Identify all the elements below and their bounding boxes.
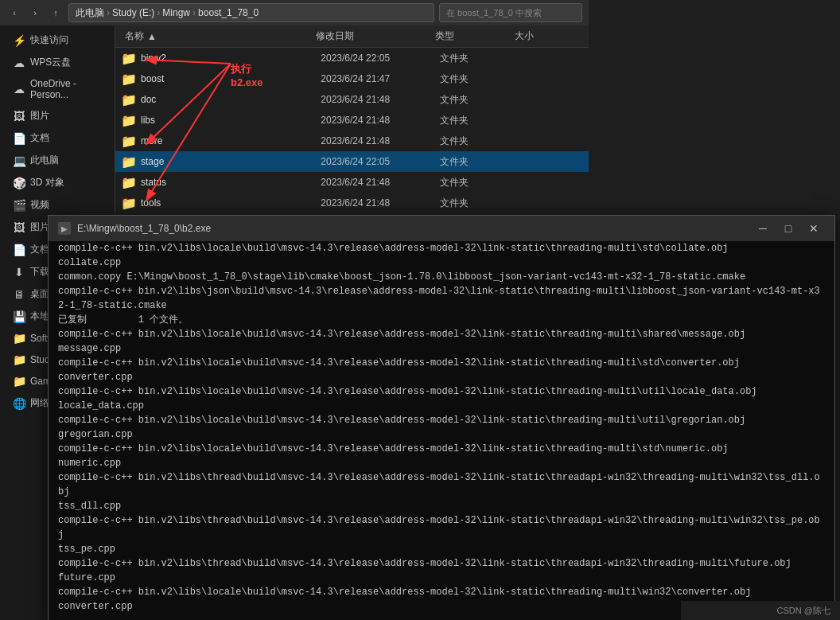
sidebar-item-quick-access[interactable]: ⚡ 快速访问: [3, 29, 111, 51]
sidebar-item-wps[interactable]: ☁ WPS云盘: [3, 52, 111, 73]
wps-icon: ☁: [13, 57, 25, 69]
quick-access-icon: ⚡: [13, 34, 25, 47]
terminal-line: converter.cpp: [58, 370, 825, 384]
sidebar-label: 视频: [30, 198, 49, 212]
terminal-line: compile-c-c++ bin.v2\libs\thread\build\m…: [58, 556, 825, 571]
sidebar-label: WPS云盘: [30, 56, 71, 69]
terminal-line: collate.cpp: [58, 255, 825, 270]
folder-icon: 📁: [122, 72, 136, 86]
terminal-maximize-button[interactable]: □: [777, 220, 799, 236]
folder-icon: 📁: [122, 92, 136, 107]
folder-icon: 📁: [122, 134, 136, 148]
documents-icon: 📄: [13, 132, 25, 145]
sidebar-label: 图片: [30, 220, 49, 234]
up-button[interactable]: ↑: [48, 5, 64, 21]
sidebar-label: 桌面: [30, 287, 49, 301]
back-button[interactable]: ‹: [6, 5, 22, 21]
sidebar-item-this-pc[interactable]: 💻 此电脑: [3, 150, 111, 171]
file-name: doc: [141, 94, 319, 105]
breadcrumb-folder1: Mingw: [162, 7, 190, 18]
terminal-titlebar: ▶ E:\Mingw\boost_1_78_0\b2.exe ─ □ ✕: [49, 216, 834, 241]
folder-icon: 📁: [122, 154, 136, 169]
breadcrumb: 此电脑 › Study (E:) › Mingw › boost_1_78_0: [76, 6, 259, 20]
downloads-icon: ⬇: [13, 266, 25, 279]
sidebar-label: 下载: [30, 265, 49, 279]
breadcrumb-pc: 此电脑: [76, 6, 104, 20]
file-date: 2023/6/24 21:47: [321, 73, 438, 84]
file-type: 文件夹: [440, 114, 518, 127]
terminal-window: ▶ E:\Mingw\boost_1_78_0\b2.exe ─ □ ✕ com…: [48, 215, 835, 620]
software-icon: 📁: [13, 332, 25, 345]
file-type: 文件夹: [440, 52, 518, 65]
file-name: tools: [141, 197, 319, 209]
network-icon: 🌐: [13, 397, 25, 410]
sidebar-label: 快速访问: [30, 33, 68, 47]
videos-icon: 🎬: [13, 199, 25, 212]
file-row[interactable]: 📁more2023/6/24 21:48文件夹: [115, 131, 589, 151]
file-row[interactable]: 📁libs2023/6/24 21:48文件夹: [115, 110, 589, 131]
sidebar-item-3dobjects[interactable]: 🎲 3D 对象: [3, 172, 111, 193]
file-type: 文件夹: [440, 155, 518, 169]
file-name: libs: [141, 115, 319, 126]
file-name: more: [141, 135, 319, 146]
sidebar-item-onedrive[interactable]: ☁ OneDrive - Person...: [3, 74, 111, 104]
local-disk-icon: 💾: [13, 310, 25, 323]
sort-icon: ▲: [147, 31, 157, 42]
forward-button[interactable]: ›: [27, 5, 43, 21]
file-row[interactable]: 📁bin.v22023/6/24 22:05文件夹: [115, 48, 589, 68]
folder-icon: 📁: [122, 113, 136, 127]
terminal-line: common.copy E:\Mingw\boost_1_78_0\stage\…: [58, 270, 825, 284]
file-date: 2023/6/24 21:48: [321, 197, 438, 209]
terminal-line: compile-c-c++ bin.v2\libs\locale\build\m…: [58, 413, 825, 427]
sidebar-label: 此电脑: [30, 154, 59, 167]
folder-icon: 📁: [122, 51, 136, 65]
file-date: 2023/6/24 21:48: [321, 135, 438, 146]
terminal-line: compile-c-c++ bin.v2\libs\json\build\msv…: [58, 284, 825, 313]
terminal-line: message.cpp: [58, 341, 825, 356]
file-type: 文件夹: [440, 135, 518, 148]
terminal-line: compile-c-c++ bin.v2\libs\locale\build\m…: [58, 356, 825, 370]
terminal-minimize-button[interactable]: ─: [752, 220, 774, 236]
search-placeholder: 在 boost_1_78_0 中搜索: [446, 7, 542, 19]
file-row[interactable]: 📁stage2023/6/24 22:05文件夹: [115, 151, 589, 172]
col-header-size[interactable]: 大小: [511, 29, 575, 43]
col-header-date[interactable]: 修改日期: [313, 29, 432, 43]
search-box[interactable]: 在 boost_1_78_0 中搜索: [439, 3, 582, 22]
address-bar[interactable]: 此电脑 › Study (E:) › Mingw › boost_1_78_0: [68, 3, 434, 22]
terminal-line: compile-c-c++ bin.v2\libs\locale\build\m…: [58, 327, 825, 341]
this-pc-icon: 💻: [13, 154, 25, 167]
sidebar-label: 3D 对象: [30, 176, 64, 189]
terminal-line: compile-c-c++ bin.v2\libs\thread\build\m…: [58, 470, 825, 499]
terminal-title: E:\Mingw\boost_1_78_0\b2.exe: [77, 223, 745, 234]
file-type: 文件夹: [440, 176, 518, 189]
terminal-close-button[interactable]: ✕: [803, 220, 825, 236]
terminal-line: compile-c-c++ bin.v2\libs\locale\build\m…: [58, 241, 825, 255]
file-date: 2023/6/24 21:48: [321, 177, 438, 188]
sidebar-label: 文档: [30, 243, 49, 256]
file-date: 2023/6/24 22:05: [321, 53, 438, 64]
terminal-line: compile-c-c++ bin.v2\libs\locale\build\m…: [58, 585, 825, 599]
terminal-body: compile-c-c++ bin.v2\libs\locale\build\m…: [49, 241, 834, 620]
folder-icon: 📁: [122, 175, 136, 189]
col-header-name[interactable]: 名称 ▲: [122, 29, 313, 43]
desktop-icon: 🖥: [13, 288, 25, 301]
file-row[interactable]: 📁tools2023/6/24 21:48文件夹: [115, 193, 589, 213]
terminal-icon: ▶: [58, 222, 71, 235]
file-name: stage: [141, 156, 319, 167]
col-header-type[interactable]: 类型: [432, 29, 511, 43]
sidebar-item-pictures[interactable]: 🖼 图片: [3, 105, 111, 127]
folder-icon: 📁: [122, 196, 136, 210]
file-row[interactable]: 📁status2023/6/24 21:48文件夹: [115, 172, 589, 193]
terminal-line: compile-c-c++ bin.v2\libs\locale\build\m…: [58, 384, 825, 399]
watermark: CSDN @陈七: [681, 601, 840, 620]
file-type: 文件夹: [440, 72, 518, 86]
sidebar-item-documents[interactable]: 📄 文档: [3, 127, 111, 149]
breadcrumb-drive: Study (E:): [112, 7, 154, 18]
explorer-titlebar: ‹ › ↑ 此电脑 › Study (E:) › Mingw › boost_1…: [0, 0, 589, 25]
terminal-controls: ─ □ ✕: [752, 220, 825, 236]
file-row[interactable]: 📁doc2023/6/24 21:48文件夹: [115, 89, 589, 110]
pictures-icon: 🖼: [13, 110, 25, 123]
file-row[interactable]: 📁boost2023/6/24 21:47文件夹: [115, 68, 589, 89]
terminal-line: tss_dll.cpp: [58, 499, 825, 513]
sidebar-item-videos[interactable]: 🎬 视频: [3, 194, 111, 216]
